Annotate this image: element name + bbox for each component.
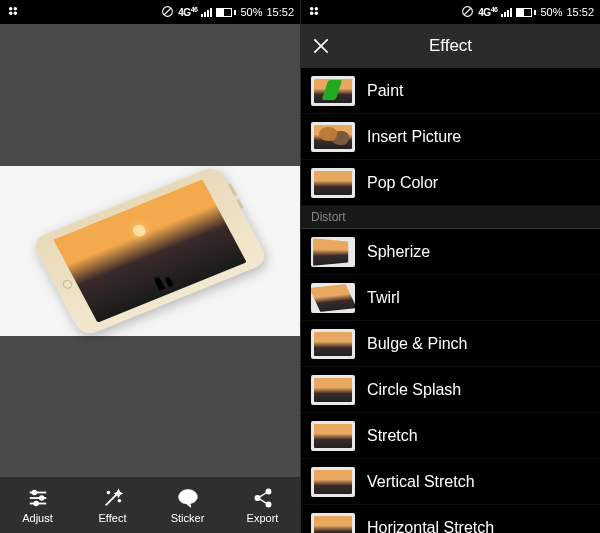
effect-title: Effect bbox=[301, 36, 600, 56]
svg-point-1 bbox=[14, 7, 17, 10]
effect-thumb bbox=[311, 421, 355, 451]
effect-item-circle-splash[interactable]: Circle Splash bbox=[301, 367, 600, 413]
network-type: 4G46 bbox=[178, 6, 197, 18]
no-sim-icon bbox=[161, 5, 174, 20]
svg-line-19 bbox=[259, 498, 266, 503]
effect-label: Pop Color bbox=[367, 174, 438, 192]
effect-label: Circle Splash bbox=[367, 381, 461, 399]
network-type: 4G46 bbox=[478, 6, 497, 18]
svg-point-9 bbox=[32, 490, 36, 494]
effect-header: Effect bbox=[301, 24, 600, 68]
effect-label: Paint bbox=[367, 82, 403, 100]
bottom-toolbar: Adjust Effect Sticker Export bbox=[0, 477, 300, 533]
sliders-icon bbox=[27, 487, 49, 509]
effect-thumb bbox=[311, 467, 355, 497]
speech-icon bbox=[177, 487, 199, 509]
svg-point-16 bbox=[255, 495, 260, 500]
effect-item-twirl[interactable]: Twirl bbox=[301, 275, 600, 321]
svg-point-14 bbox=[107, 491, 109, 493]
effect-item-paint[interactable]: Paint bbox=[301, 68, 600, 114]
effect-thumb bbox=[311, 168, 355, 198]
signal-icon bbox=[201, 7, 212, 17]
battery-icon bbox=[216, 8, 236, 17]
no-sim-icon bbox=[461, 5, 474, 20]
svg-point-2 bbox=[9, 12, 12, 15]
svg-point-17 bbox=[266, 502, 271, 507]
preview-canvas[interactable] bbox=[0, 24, 300, 477]
effect-thumb bbox=[311, 513, 355, 534]
effect-label: Stretch bbox=[367, 427, 418, 445]
export-button[interactable]: Export bbox=[225, 477, 300, 533]
toolbar-label: Adjust bbox=[22, 512, 53, 524]
effect-thumb bbox=[311, 329, 355, 359]
svg-point-23 bbox=[315, 12, 319, 15]
toolbar-label: Export bbox=[247, 512, 279, 524]
effect-item-vertical-stretch[interactable]: Vertical Stretch bbox=[301, 459, 600, 505]
toolbar-label: Effect bbox=[99, 512, 127, 524]
svg-point-11 bbox=[34, 501, 38, 505]
effect-label: Spherize bbox=[367, 243, 430, 261]
battery-icon bbox=[516, 8, 536, 17]
effect-item-horizontal-stretch[interactable]: Horizontal Stretch bbox=[301, 505, 600, 533]
effect-item-bulge-pinch[interactable]: Bulge & Pinch bbox=[301, 321, 600, 367]
section-header-distort: Distort bbox=[301, 206, 600, 229]
bbm-icon bbox=[307, 4, 321, 20]
svg-point-10 bbox=[39, 496, 43, 500]
svg-point-15 bbox=[266, 489, 271, 494]
effect-list[interactable]: Paint Insert Picture Pop Color Distort S… bbox=[301, 68, 600, 533]
preview-image bbox=[0, 166, 300, 336]
status-bar: 4G46 50% 15:52 bbox=[301, 0, 600, 24]
effect-thumb bbox=[311, 122, 355, 152]
effect-thumb bbox=[311, 375, 355, 405]
svg-line-18 bbox=[259, 492, 266, 497]
status-bar: 4G46 50% 15:52 bbox=[0, 0, 300, 24]
editor-pane: 4G46 50% 15:52 Adjust Effect Sticker bbox=[0, 0, 300, 533]
signal-icon bbox=[501, 7, 512, 17]
svg-point-0 bbox=[9, 7, 12, 10]
effect-label: Horizontal Stretch bbox=[367, 519, 494, 534]
svg-point-3 bbox=[14, 12, 17, 15]
effect-label: Twirl bbox=[367, 289, 400, 307]
clock: 15:52 bbox=[266, 6, 294, 18]
sticker-button[interactable]: Sticker bbox=[150, 477, 225, 533]
effect-pane: 4G46 50% 15:52 Effect Paint Insert Pictu… bbox=[300, 0, 600, 533]
svg-line-5 bbox=[165, 8, 172, 15]
effect-thumb bbox=[311, 237, 355, 267]
svg-point-20 bbox=[310, 7, 314, 10]
close-icon bbox=[311, 36, 331, 56]
effect-item-spherize[interactable]: Spherize bbox=[301, 229, 600, 275]
svg-line-12 bbox=[105, 494, 116, 505]
effect-label: Vertical Stretch bbox=[367, 473, 475, 491]
effect-thumb bbox=[311, 283, 355, 313]
share-icon bbox=[252, 487, 274, 509]
effect-thumb bbox=[311, 76, 355, 106]
svg-point-22 bbox=[310, 12, 314, 15]
toolbar-label: Sticker bbox=[171, 512, 205, 524]
effect-item-pop-color[interactable]: Pop Color bbox=[301, 160, 600, 206]
effect-button[interactable]: Effect bbox=[75, 477, 150, 533]
battery-percent: 50% bbox=[240, 6, 262, 18]
close-button[interactable] bbox=[311, 36, 331, 56]
svg-line-25 bbox=[465, 8, 472, 15]
effect-item-insert-picture[interactable]: Insert Picture bbox=[301, 114, 600, 160]
battery-percent: 50% bbox=[540, 6, 562, 18]
bbm-icon bbox=[6, 4, 20, 20]
effect-label: Insert Picture bbox=[367, 128, 461, 146]
effect-item-stretch[interactable]: Stretch bbox=[301, 413, 600, 459]
effect-label: Bulge & Pinch bbox=[367, 335, 468, 353]
svg-point-21 bbox=[315, 7, 319, 10]
adjust-button[interactable]: Adjust bbox=[0, 477, 75, 533]
clock: 15:52 bbox=[566, 6, 594, 18]
svg-point-13 bbox=[118, 499, 120, 501]
wand-icon bbox=[102, 487, 124, 509]
